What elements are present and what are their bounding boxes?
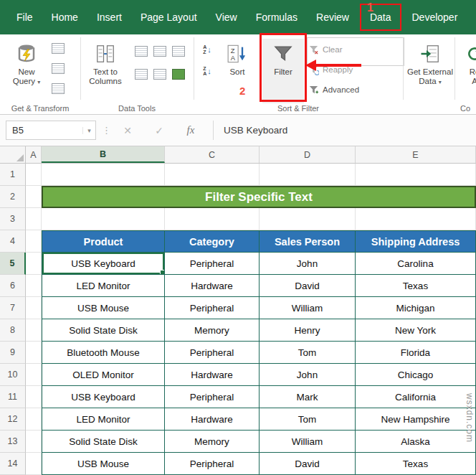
table-header-category[interactable]: Category	[165, 230, 260, 253]
cell-E14[interactable]: Texas	[356, 453, 476, 475]
cell-C7[interactable]: Peripheral	[165, 297, 260, 319]
name-box-caret-icon[interactable]: ▾	[82, 127, 95, 134]
sort-button[interactable]: Z A Sort	[218, 39, 257, 103]
column-header-B[interactable]: B	[42, 146, 165, 163]
name-box[interactable]: B5 ▾	[6, 121, 96, 140]
cell-A12[interactable]	[26, 408, 42, 431]
clear-filter-button[interactable]: Clear	[308, 42, 342, 57]
enter-button[interactable]: ✓	[150, 125, 168, 136]
cell-C13[interactable]: Memory	[165, 431, 260, 453]
cell-B6[interactable]: LED Monitor	[42, 275, 165, 297]
cell-B14[interactable]: USB Mouse	[42, 453, 165, 475]
cell-C5[interactable]: Peripheral	[165, 253, 260, 275]
cell-C6[interactable]: Hardware	[165, 275, 260, 297]
cell-C3[interactable]	[165, 208, 260, 230]
cell-E5[interactable]: Carolina	[356, 253, 476, 275]
cell-C12[interactable]: Hardware	[165, 408, 260, 431]
row-header-11[interactable]: 11	[0, 386, 26, 408]
column-header-D[interactable]: D	[260, 146, 356, 163]
get-external-data-button[interactable]: Get External Data ▾	[407, 39, 453, 103]
cell-A1[interactable]	[26, 164, 42, 186]
cell-D7[interactable]: William	[260, 297, 356, 319]
cell-B11[interactable]: USB Keyboard	[42, 386, 165, 408]
tab-formulas[interactable]: Formulas	[247, 0, 307, 34]
row-header-6[interactable]: 6	[0, 275, 26, 297]
data-model-button[interactable]	[171, 66, 186, 82]
tab-data[interactable]: Data	[360, 4, 401, 31]
cell-B8[interactable]: Solid State Disk	[42, 319, 165, 342]
relationships-button[interactable]	[152, 66, 168, 82]
row-header-8[interactable]: 8	[0, 319, 26, 342]
tab-page-layout[interactable]: Page Layout	[131, 0, 206, 34]
cell-A3[interactable]	[26, 208, 42, 230]
cell-D9[interactable]: Tom	[260, 342, 356, 364]
remove-duplicates-button[interactable]	[152, 43, 168, 59]
title-banner-cell[interactable]: Filter Specific Text	[42, 186, 476, 208]
cell-D3[interactable]	[260, 208, 356, 230]
row-header-4[interactable]: 4	[0, 230, 26, 253]
show-queries-button[interactable]	[50, 40, 66, 56]
tab-insert[interactable]: Insert	[87, 0, 131, 34]
column-header-E[interactable]: E	[356, 146, 476, 163]
cell-D11[interactable]: Mark	[260, 386, 356, 408]
cell-E8[interactable]: New York	[356, 319, 476, 342]
row-header-2[interactable]: 2	[0, 186, 26, 208]
row-header-1[interactable]: 1	[0, 164, 26, 186]
cell-A8[interactable]	[26, 319, 42, 342]
cell-A2[interactable]	[26, 186, 42, 208]
cell-E11[interactable]: California	[356, 386, 476, 408]
recent-sources-button[interactable]	[50, 80, 66, 96]
cell-E9[interactable]: Florida	[356, 342, 476, 364]
from-table-button[interactable]	[50, 60, 66, 76]
new-query-button[interactable]: New Query ▾	[6, 39, 47, 103]
cell-E7[interactable]: Michigan	[356, 297, 476, 319]
cell-C14[interactable]: Peripheral	[165, 453, 260, 475]
sort-ascending-button[interactable]: AZ ↓	[199, 42, 215, 57]
cell-A4[interactable]	[26, 230, 42, 253]
cell-B1[interactable]	[42, 164, 165, 186]
select-all-button[interactable]	[0, 146, 26, 163]
tab-file[interactable]: File	[7, 0, 42, 34]
cell-A13[interactable]	[26, 431, 42, 453]
cell-D12[interactable]: Tom	[260, 408, 356, 431]
column-header-A[interactable]: A	[26, 146, 42, 163]
row-header-9[interactable]: 9	[0, 342, 26, 364]
row-header-7[interactable]: 7	[0, 297, 26, 319]
cell-B9[interactable]: Bluetooth Mouse	[42, 342, 165, 364]
table-header-product[interactable]: Product	[42, 230, 165, 253]
cell-B7[interactable]: USB Mouse	[42, 297, 165, 319]
cell-D10[interactable]: John	[260, 364, 356, 386]
cell-D13[interactable]: William	[260, 431, 356, 453]
flash-fill-button[interactable]	[133, 43, 149, 59]
row-header-13[interactable]: 13	[0, 431, 26, 453]
cell-C11[interactable]: Peripheral	[165, 386, 260, 408]
cell-C8[interactable]: Memory	[165, 319, 260, 342]
text-to-columns-button[interactable]: Text to Columns	[83, 39, 128, 103]
cell-C9[interactable]: Peripheral	[165, 342, 260, 364]
cell-D14[interactable]: David	[260, 453, 356, 475]
cell-E13[interactable]: Alaska	[356, 431, 476, 453]
row-header-3[interactable]: 3	[0, 208, 26, 230]
cell-B10[interactable]: OLED Monitor	[42, 364, 165, 386]
cell-B3[interactable]	[42, 208, 165, 230]
cell-D6[interactable]: David	[260, 275, 356, 297]
cell-A11[interactable]	[26, 386, 42, 408]
cell-D8[interactable]: Henry	[260, 319, 356, 342]
refresh-all-button[interactable]: Re A	[457, 39, 476, 103]
cell-B13[interactable]: Solid State Disk	[42, 431, 165, 453]
tab-review[interactable]: Review	[307, 0, 358, 34]
row-header-5[interactable]: 5	[0, 253, 26, 275]
cell-A14[interactable]	[26, 453, 42, 475]
advanced-filter-button[interactable]: Advanced	[308, 82, 359, 98]
cell-B5[interactable]: USB Keyboard	[42, 253, 165, 275]
cell-D5[interactable]: John	[260, 253, 356, 275]
cancel-button[interactable]: ✕	[118, 125, 137, 136]
tab-developer[interactable]: Developer	[403, 0, 467, 34]
formula-input[interactable]: USB Keyboard	[224, 125, 287, 136]
sort-descending-button[interactable]: ZA ↓	[199, 63, 215, 79]
cell-E6[interactable]: Texas	[356, 275, 476, 297]
cell-A10[interactable]	[26, 364, 42, 386]
data-validation-button[interactable]	[171, 43, 186, 59]
cell-E10[interactable]: Chicago	[356, 364, 476, 386]
row-header-12[interactable]: 12	[0, 408, 26, 431]
